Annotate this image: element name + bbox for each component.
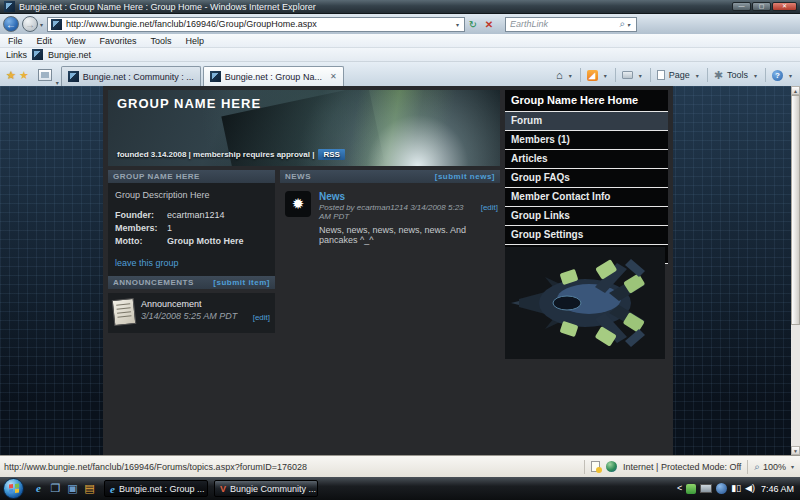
nav-members[interactable]: Members (1) xyxy=(505,131,668,150)
page-dropdown-icon[interactable]: ▾ xyxy=(696,72,699,79)
tab-group-home[interactable]: Bungie.net : Group Na... ✕ xyxy=(203,66,344,86)
news-byline: Posted by ecartman1214 3/14/2008 5:23 AM… xyxy=(319,203,475,221)
tools-menu-button[interactable]: Tools xyxy=(727,70,748,80)
home-icon[interactable]: ⌂ xyxy=(556,69,563,81)
menu-tools[interactable]: Tools xyxy=(150,36,171,46)
ie-icon: e xyxy=(110,483,115,495)
address-dropdown-icon[interactable]: ▾ xyxy=(456,21,459,28)
address-bar-row: ← → ▾ http://www.bungie.net/fanclub/1699… xyxy=(0,14,800,34)
members-row: Members: 1 xyxy=(115,223,268,233)
quicklaunch-media-icon[interactable]: ▣ xyxy=(66,482,79,495)
tray-globe-icon[interactable] xyxy=(716,483,727,494)
show-desktop-icon[interactable]: ❐ xyxy=(49,482,62,495)
search-input[interactable]: EarthLink ⌕ ▾ xyxy=(505,17,637,32)
nav-member-contact-info[interactable]: Member Contact Info xyxy=(505,188,668,207)
home-dropdown-icon[interactable]: ▾ xyxy=(569,72,572,79)
history-dropdown-icon[interactable]: ▾ xyxy=(40,21,43,28)
close-button[interactable]: ✕ xyxy=(772,2,797,11)
page-alert-icon xyxy=(591,461,600,472)
news-header: NEWS [submit news] xyxy=(280,170,500,183)
print-icon[interactable] xyxy=(622,71,633,79)
members-label: Members: xyxy=(115,223,167,233)
tray-network-icon[interactable]: ▮▯ xyxy=(731,482,741,495)
announcement-edit-link[interactable]: [edit] xyxy=(253,313,270,322)
nav-group-links[interactable]: Group Links xyxy=(505,207,668,226)
scroll-down-icon[interactable]: ▼ xyxy=(791,446,800,455)
tray-collapse-icon[interactable]: < xyxy=(677,482,682,495)
links-bungie-link[interactable]: Bungie.net xyxy=(48,50,91,60)
announcements-header: ANNOUNCEMENTS [submit item] xyxy=(108,276,275,289)
tray-display-icon[interactable] xyxy=(700,484,712,493)
menu-help[interactable]: Help xyxy=(185,36,204,46)
taskbar-button-community[interactable]: V Bungie Community ... xyxy=(214,480,318,497)
search-icon[interactable]: ⌕ xyxy=(619,18,625,30)
favorites-center-icon[interactable]: ★ xyxy=(6,69,16,82)
scroll-up-icon[interactable]: ▲ xyxy=(791,86,800,95)
zoom-control[interactable]: ⌕ 100% ▾ xyxy=(754,461,796,473)
leave-group-link[interactable]: leave this group xyxy=(115,258,268,268)
rss-badge[interactable]: RSS xyxy=(318,149,344,160)
quicklaunch-folder-icon[interactable]: ▤ xyxy=(83,482,96,495)
window-titlebar: Bungie.net : Group Name Here : Group Hom… xyxy=(0,0,800,14)
tab-community[interactable]: Bungie.net : Community : ... xyxy=(61,66,201,86)
tray-app-icon[interactable] xyxy=(686,484,696,494)
back-button[interactable]: ← xyxy=(3,16,19,32)
group-info-panel: GROUP NAME HERE Group Description Here F… xyxy=(108,170,275,276)
clock[interactable]: 7:46 AM xyxy=(761,484,794,494)
separator xyxy=(747,460,748,474)
rss-dropdown-icon[interactable]: ▾ xyxy=(604,72,607,79)
tab-close-icon[interactable]: ✕ xyxy=(330,72,337,81)
help-dropdown-icon[interactable]: ▾ xyxy=(789,72,792,79)
help-icon[interactable]: ? xyxy=(772,70,783,81)
rss-feed-icon[interactable]: ◢ xyxy=(587,70,598,81)
volume-icon[interactable]: ◀) xyxy=(745,482,755,495)
page-icon xyxy=(657,70,665,80)
minimize-button[interactable]: — xyxy=(732,2,751,11)
scrollbar-thumb[interactable] xyxy=(791,95,800,325)
menu-favorites[interactable]: Favorites xyxy=(99,36,136,46)
nav-articles[interactable]: Articles xyxy=(505,150,668,169)
zoom-dropdown-icon[interactable]: ▾ xyxy=(791,463,794,470)
refresh-button[interactable]: ↻ xyxy=(465,16,481,32)
news-edit-link[interactable]: [edit] xyxy=(481,203,498,212)
nav-group-faqs[interactable]: Group FAQs xyxy=(505,169,668,188)
nav-group-home[interactable]: Group Name Here Home xyxy=(505,90,668,112)
motto-row: Motto: Group Motto Here xyxy=(115,236,268,246)
add-favorite-icon[interactable]: ★ xyxy=(19,69,29,82)
maximize-button[interactable]: ▢ xyxy=(752,2,771,11)
quicklaunch-ie-icon[interactable]: e xyxy=(32,482,45,495)
search-dropdown-icon[interactable]: ▾ xyxy=(627,21,630,28)
submit-item-link[interactable]: [submit item] xyxy=(213,278,270,287)
nav-group-settings[interactable]: Group Settings xyxy=(505,226,668,245)
menu-view[interactable]: View xyxy=(66,36,85,46)
news-panel: NEWS [submit news] ✹ News Posted by ecar… xyxy=(280,170,500,245)
status-bar: http://www.bungie.net/fanclub/169946/For… xyxy=(0,455,800,477)
submit-news-link[interactable]: [submit news] xyxy=(435,172,495,181)
internet-zone-icon xyxy=(606,461,617,472)
start-button[interactable] xyxy=(3,478,24,499)
vertical-scrollbar[interactable]: ▲ ▼ xyxy=(791,86,800,455)
print-dropdown-icon[interactable]: ▾ xyxy=(639,72,642,79)
taskbar-button-group-page[interactable]: e Bungie.net : Group ... xyxy=(104,480,208,497)
page-menu-button[interactable]: Page xyxy=(669,70,690,80)
news-title-link[interactable]: News xyxy=(319,191,498,202)
menu-edit[interactable]: Edit xyxy=(37,36,53,46)
tools-dropdown-icon[interactable]: ▾ xyxy=(754,72,757,79)
motto-value: Group Motto Here xyxy=(167,236,244,246)
forward-button[interactable]: → xyxy=(22,16,38,32)
banner-founded-text: founded 3.14.2008 | membership requires … xyxy=(117,150,314,159)
tab-list-dropdown-icon[interactable]: ▾ xyxy=(56,79,59,86)
announcement-list-item[interactable]: Announcement 3/14/2008 5:25 AM PDT [edit… xyxy=(108,293,275,333)
address-input[interactable]: http://www.bungie.net/fanclub/169946/Gro… xyxy=(47,17,465,32)
window-title: Bungie.net : Group Name Here : Group Hom… xyxy=(19,2,316,12)
stop-button[interactable]: ✕ xyxy=(481,16,497,32)
separator xyxy=(584,460,585,474)
separator xyxy=(580,68,581,82)
quick-tabs-icon[interactable] xyxy=(38,69,52,81)
nav-forum[interactable]: Forum xyxy=(505,112,668,131)
menu-file[interactable]: File xyxy=(8,36,23,46)
group-nav-menu: Group Name Here Home Forum Members (1) A… xyxy=(505,90,668,264)
announcement-title-link[interactable]: Announcement xyxy=(141,299,237,309)
news-body: News, news, news, news, news. And pancak… xyxy=(319,225,498,245)
bungie-favicon xyxy=(68,71,79,82)
